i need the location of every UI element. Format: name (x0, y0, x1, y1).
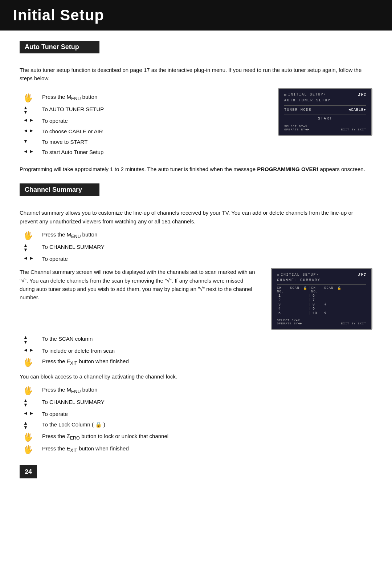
cs-row-5: 5 | 10 √ (277, 311, 366, 315)
cs3-step-menu: 🖐 Press the MENU button (23, 386, 372, 396)
leftright-icon-cell3: ◄ ► (23, 148, 42, 154)
cs-r1-lock1 (303, 294, 309, 298)
tv-tuner-label: TUNER MODE (284, 108, 311, 112)
cs3-hand-cell1: 🖐 (23, 386, 42, 396)
cs-r4-scan1 (290, 307, 303, 311)
cs-col-ch1: CH NO. (277, 286, 290, 293)
cs-r3-lock2 (337, 303, 343, 307)
page-title: Initial Setup (13, 7, 104, 24)
tv-icon-cs: ▤ (277, 273, 279, 277)
tv-tuner-value: ◄CABLE► (348, 108, 366, 112)
cs3-operate-text: To operate (42, 410, 372, 418)
channel-summary-content: The Channel summary screen will now be d… (20, 268, 372, 330)
cs-leftright-cell2: ◄ ► (23, 347, 42, 353)
cs-updown-cell2: ▲▼ (23, 335, 42, 344)
cs-r1-ch1: 1 (277, 294, 290, 298)
step-menu-press-text: Press the MENU button (42, 93, 264, 102)
cs-r3-scan1 (290, 303, 303, 307)
cs3-zero-text: Press the ZERO button to lock or unlock … (42, 432, 372, 441)
cs-r5-scan2: √ (324, 311, 337, 315)
tv-title-cs: CHANNEL SUMMARY (277, 278, 366, 282)
tv-jvc-auto: JVC (358, 93, 366, 97)
cs-step-include-delete: ◄ ► To include or delete from scan (23, 347, 372, 355)
cs3-updown-cell1: ▲▼ (23, 398, 42, 408)
page-title-bar: Initial Setup (0, 0, 392, 31)
tv-bottom-cs2: OPERATE BY◄► EXIT BY EXIT (277, 322, 366, 325)
cs3-hand-icon3: 🖐 (23, 445, 33, 454)
cs-col-lock2: 🔒 (337, 286, 343, 293)
channel-summary-heading: Channel Summary (20, 183, 99, 196)
cs3-updown-cell2: ▲▼ (23, 421, 42, 430)
cs-hand-icon: 🖐 (23, 231, 33, 240)
tv-start-label: START (284, 117, 366, 121)
channel-summary-steps3: 🖐 Press the MENU button ▲▼ To CHANNEL SU… (23, 386, 372, 454)
channel-summary-section: Channel Summary Channel summary allows y… (20, 183, 372, 454)
tv-bottom-auto: SELECT BY▲▼ (284, 125, 366, 128)
cs-step-exit1: 🖐 Press the EXIT button when finished (23, 357, 372, 367)
cs3-hand-cell3: 🖐 (23, 445, 42, 454)
cs3-leftright-1: ◄ ► (23, 410, 34, 416)
cs-col-ch2: CH NO. (311, 286, 324, 293)
channel-summary-desc: The Channel summary screen will now be d… (20, 268, 256, 307)
cs3-menu-text: Press the MENU button (42, 386, 372, 395)
tv-icon-auto: ▤ (284, 93, 286, 97)
cs3-leftright-cell1: ◄ ► (23, 410, 42, 416)
cs-r4-lock2 (337, 307, 343, 311)
cs3-updown-icon1: ▲▼ (23, 398, 28, 408)
leftright-icon-3: ◄ ► (23, 149, 34, 154)
step-operate-text: To operate (42, 117, 264, 125)
updown-icon: ▲▼ (23, 106, 28, 115)
cs-r3-lock1 (303, 303, 309, 307)
cs-r1-lock2 (337, 294, 343, 298)
cs-r2-scan1 (290, 298, 303, 302)
cs-channel-text: To CHANNEL SUMMARY (42, 243, 372, 251)
cs-step-menu: 🖐 Press the MENU button (23, 231, 372, 240)
channel-summary-middle: The Channel summary screen will now be d… (20, 268, 256, 301)
cs-r5-lock1 (303, 311, 309, 315)
cs-row-4: 4 | 9 (277, 307, 366, 311)
cs-r5-ch2: 10 (311, 311, 324, 315)
leftright-icon-1: ◄ ► (23, 117, 34, 123)
cs3-hand-icon2: 🖐 (23, 433, 33, 442)
channel-summary-intro: Channel summary allows you to customize … (20, 208, 372, 226)
cs-r2-lock2 (337, 298, 343, 302)
tv-exit-cs: EXIT BY EXIT (341, 322, 366, 325)
step-auto-tuner-text: To AUTO TUNER SETUP (42, 105, 264, 113)
cs-r4-scan2 (324, 307, 337, 311)
cs3-lock-col-text: To the Lock Column ( 🔒 ) (42, 421, 372, 429)
channel-summary-steps1: 🖐 Press the MENU button ▲▼ To CHANNEL SU… (23, 231, 372, 263)
step-start-auto-text: To start Auto Tuner Setup (42, 148, 264, 156)
step-auto-tuner: ▲▼ To AUTO TUNER SETUP (23, 105, 264, 115)
auto-tuner-outro: Programming will take approximately 1 to… (20, 165, 372, 173)
cs3-hand-icon1: 🖐 (23, 386, 33, 396)
channel-summary-header-wrap: Channel Summary (20, 183, 372, 203)
leftright-icon-cell1: ◄ ► (23, 117, 42, 123)
cs-r3-scan2: √ (324, 303, 337, 307)
tv-select-auto: SELECT BY▲▼ (284, 125, 307, 128)
cs-operate-text: To operate (42, 255, 372, 263)
step-cable-air: ◄ ► To choose CABLE or AIR (23, 127, 264, 135)
cs-r4-ch2: 9 (311, 307, 324, 311)
tv-display-cs: ▤ INITIAL SETUP› JVC CHANNEL SUMMARY CH … (271, 268, 372, 330)
cs-leftright-1: ◄ ► (23, 255, 34, 261)
cs-r2-ch1: 2 (277, 298, 290, 302)
cs-r5-lock2 (337, 311, 343, 315)
auto-tuner-steps: 🖐 Press the MENU button ▲▼ To AUTO TUNER… (20, 88, 264, 162)
cs-step-operate: ◄ ► To operate (23, 255, 372, 263)
hand-icon: 🖐 (23, 93, 33, 103)
auto-tuner-outro-end: appears onscreen. (318, 166, 365, 172)
tv-bottom-cs1: SELECT BY▲▼ (277, 319, 366, 322)
cs-hand-icon2: 🖐 (23, 358, 33, 367)
channel-summary-steps2: ▲▼ To the SCAN column ◄ ► To include or … (23, 335, 372, 367)
tv-operate-cs: OPERATE BY◄► (277, 322, 302, 325)
auto-tuner-tv-screen: ▤ INITIAL SETUP› JVC AUTO TUNER SETUP TU… (278, 88, 372, 136)
cs3-step-zero: 🖐 Press the ZERO button to lock or unloc… (23, 432, 372, 442)
tv-jvc-cs: JVC (358, 272, 366, 277)
tv-bottom2-auto: OPERATE BY◄► EXIT BY EXIT (284, 128, 366, 131)
auto-tuner-header-wrap: Auto Tuner Setup (20, 41, 372, 60)
cs-menu-text: Press the MENU button (42, 231, 372, 240)
cs3-step-exit2: 🖐 Press the EXIT button when finished (23, 445, 372, 454)
cs-r4-lock1 (303, 307, 309, 311)
tv-display-auto: ▤ INITIAL SETUP› JVC AUTO TUNER SETUP TU… (278, 88, 372, 136)
cs-col-lock1: 🔒 (303, 286, 309, 293)
